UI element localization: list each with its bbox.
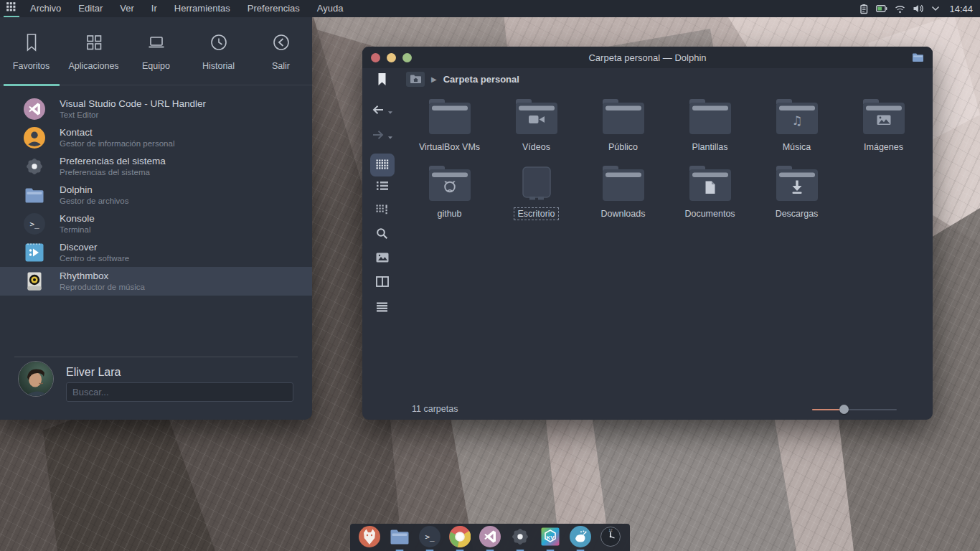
folder-escritorio[interactable]: Escritorio — [493, 165, 580, 232]
places-bookmark-icon[interactable] — [362, 72, 402, 86]
folder-virtualbox-vms[interactable]: VirtualBox VMs — [406, 98, 493, 165]
launcher-tab-salir[interactable]: Salir — [250, 17, 312, 85]
dock-settings-icon[interactable] — [509, 526, 531, 547]
status-text: 11 carpetas — [412, 404, 458, 414]
dock-terminal-icon[interactable]: >_ — [419, 526, 440, 547]
folder-label: Música — [779, 141, 815, 154]
folder-m-sica[interactable]: ♫Música — [753, 98, 840, 165]
zoom-slider[interactable] — [812, 405, 897, 414]
menubar-menus: ArchivoEditarVerIrHerramientasPreferenci… — [22, 0, 352, 17]
user-avatar[interactable] — [18, 361, 54, 397]
user-name: Eliver Lara — [66, 366, 121, 379]
dock-kvantum-icon[interactable]: KV — [540, 526, 561, 547]
folder-grid: VirtualBox VMs Vídeos Público Plantillas… — [406, 98, 927, 232]
menu-ir[interactable]: Ir — [143, 0, 166, 17]
folder-p-blico[interactable]: Público — [580, 98, 666, 165]
computer-icon — [146, 32, 167, 53]
app-item-konsole[interactable]: >_KonsoleTerminal — [0, 209, 312, 238]
chevron-down-icon[interactable] — [930, 3, 941, 14]
menu-herramientas[interactable]: Herramientas — [166, 0, 239, 17]
menu-preferencias[interactable]: Preferencias — [239, 0, 308, 17]
apps-grid-icon — [83, 32, 105, 53]
wifi-icon[interactable] — [894, 3, 905, 14]
maximize-button[interactable] — [402, 53, 412, 62]
app-item-kontact[interactable]: KontactGestor de información personal — [0, 123, 312, 152]
folder-icon — [600, 165, 646, 205]
forward-history-caret-icon[interactable] — [387, 130, 393, 143]
dock-firefox-icon[interactable] — [359, 526, 380, 547]
folder-label: VirtualBox VMs — [415, 141, 484, 154]
folder-icon — [861, 98, 907, 138]
top-menubar: ArchivoEditarVerIrHerramientasPreferenci… — [0, 0, 980, 17]
dolphin-titlebar[interactable]: Carpeta personal — Dolphin — [362, 47, 933, 68]
system-tray: 14:44 — [858, 3, 980, 14]
preview-button[interactable] — [362, 253, 402, 263]
folder-plantillas[interactable]: Plantillas — [666, 98, 753, 165]
breadcrumb-label[interactable]: Carpeta personal — [443, 74, 519, 85]
app-launcher-button[interactable] — [1, 0, 22, 17]
folder-label: Descargas — [772, 207, 822, 220]
minimize-button[interactable] — [387, 53, 396, 62]
folder-icon — [514, 98, 560, 138]
slider-handle[interactable] — [839, 405, 849, 414]
dolphin-app-icon — [24, 184, 45, 206]
list-view-button[interactable] — [362, 181, 402, 191]
bookmark-outline-icon — [21, 32, 42, 53]
dock-clock-icon[interactable]: 12 — [600, 526, 621, 547]
icons-view-button[interactable] — [370, 154, 395, 176]
launcher-tab-aplicaciones[interactable]: Aplicaciones — [62, 17, 125, 85]
menu-button[interactable] — [362, 302, 402, 312]
dock-bluebird-icon[interactable] — [570, 526, 591, 547]
volume-icon[interactable] — [912, 3, 923, 14]
home-breadcrumb-button[interactable] — [406, 72, 425, 87]
forward-nav[interactable] — [362, 129, 402, 143]
app-title: Rhythmbox — [60, 270, 145, 283]
app-item-discover[interactable]: DiscoverCentro de software — [0, 238, 312, 267]
menu-ayuda[interactable]: Ayuda — [308, 0, 352, 17]
app-title: Discover — [60, 241, 129, 254]
menu-ver[interactable]: Ver — [111, 0, 143, 17]
folder-github[interactable]: github — [406, 165, 493, 232]
launcher-tab-historial[interactable]: Historial — [187, 17, 250, 85]
vscode-app-icon — [24, 98, 45, 120]
launcher-tab-equipo[interactable]: Equipo — [125, 17, 187, 85]
menu-archivo[interactable]: Archivo — [22, 0, 70, 17]
dock-files-icon[interactable] — [389, 526, 410, 547]
menu-editar[interactable]: Editar — [70, 0, 111, 17]
details-view-button[interactable] — [362, 204, 402, 215]
app-texts: RhythmboxReproductor de música — [60, 270, 145, 293]
app-item-dolphin[interactable]: DolphinGestor de archivos — [0, 181, 312, 209]
back-history-caret-icon[interactable] — [387, 105, 393, 118]
search-button[interactable] — [362, 227, 402, 240]
folder-downloads[interactable]: Downloads — [580, 165, 666, 232]
search-input[interactable] — [66, 382, 293, 402]
tab-label: Equipo — [142, 61, 170, 71]
back-nav[interactable] — [362, 104, 402, 118]
dock-vscode-icon[interactable] — [479, 526, 501, 547]
folder-documentos[interactable]: Documentos — [666, 165, 753, 232]
folder-im-genes[interactable]: Imágenes — [840, 98, 927, 165]
launcher-tabs: FavoritosAplicacionesEquipoHistorialSali… — [0, 17, 312, 85]
battery-icon[interactable] — [876, 3, 887, 14]
dock-chrome-icon[interactable] — [449, 526, 471, 547]
launcher-grid-icon — [6, 2, 17, 15]
avatar-photo — [19, 362, 54, 397]
konsole-app-icon: >_ — [24, 213, 45, 235]
app-item-preferencias-del-sistema[interactable]: Preferencias del sistemaPreferencias del… — [0, 152, 312, 181]
back-icon[interactable] — [372, 104, 385, 118]
app-texts: KontactGestor de información personal — [60, 126, 174, 149]
forward-icon[interactable] — [372, 129, 385, 143]
folder-label: github — [433, 207, 465, 220]
folder-icon — [687, 165, 733, 205]
folder-icon — [774, 165, 820, 205]
folder-descargas[interactable]: Descargas — [753, 165, 840, 232]
clipboard-icon[interactable] — [858, 3, 870, 14]
launcher-tab-favoritos[interactable]: Favoritos — [0, 17, 62, 85]
close-button[interactable] — [371, 53, 380, 62]
app-item-visual-studio-code-url-handler[interactable]: Visual Studio Code - URL HandlerText Edi… — [0, 95, 312, 123]
app-subtitle: Centro de software — [60, 253, 129, 264]
menubar-clock[interactable]: 14:44 — [949, 4, 973, 14]
split-view-button[interactable] — [362, 276, 402, 287]
app-item-rhythmbox[interactable]: RhythmboxReproductor de música — [0, 267, 312, 296]
folder-v-deos[interactable]: Vídeos — [493, 98, 580, 165]
